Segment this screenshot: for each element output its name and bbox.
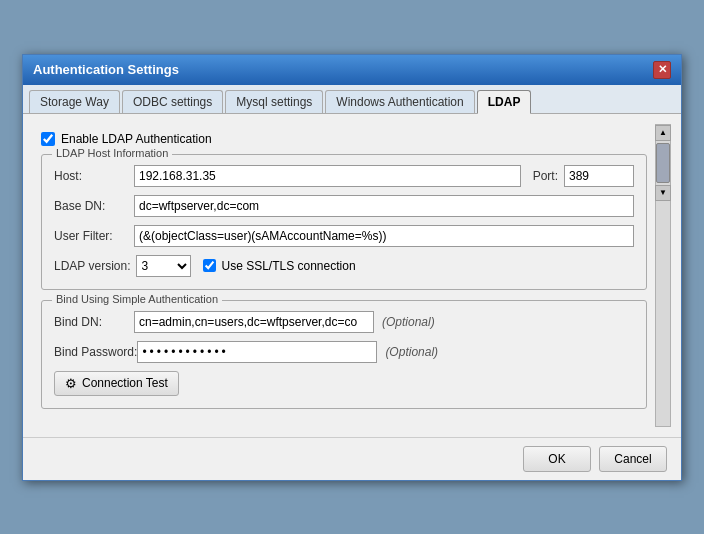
bind-dn-optional: (Optional) (382, 315, 435, 329)
title-bar: Authentication Settings ✕ (23, 55, 681, 85)
ssl-label: Use SSL/TLS connection (221, 259, 355, 273)
user-filter-input[interactable] (134, 225, 634, 247)
base-dn-label: Base DN: (54, 199, 134, 213)
scrollbar[interactable]: ▲ ▼ (655, 124, 671, 427)
enable-ldap-checkbox[interactable] (41, 132, 55, 146)
ok-button[interactable]: OK (523, 446, 591, 472)
ldap-host-group: LDAP Host Information Host: Port: Base D… (41, 154, 647, 290)
bind-dn-input[interactable] (134, 311, 374, 333)
enable-ldap-label: Enable LDAP Authentication (61, 132, 212, 146)
cancel-button[interactable]: Cancel (599, 446, 667, 472)
dialog-footer: OK Cancel (23, 437, 681, 480)
bind-password-input[interactable] (137, 341, 377, 363)
conn-test-label: Connection Test (82, 376, 168, 390)
ldap-version-select[interactable]: 3 2 (136, 255, 191, 277)
scrollbar-thumb[interactable] (656, 143, 670, 183)
dialog-title: Authentication Settings (33, 62, 179, 77)
connection-test-button[interactable]: ⚙ Connection Test (54, 371, 179, 396)
gear-icon: ⚙ (65, 376, 77, 391)
base-dn-input[interactable] (134, 195, 634, 217)
base-dn-row: Base DN: (54, 195, 634, 217)
host-label: Host: (54, 169, 134, 183)
tabs-bar: Storage Way ODBC settings Mysql settings… (23, 85, 681, 114)
ldap-version-label: LDAP version: (54, 259, 130, 273)
enable-ldap-row: Enable LDAP Authentication (41, 132, 647, 146)
port-input[interactable] (564, 165, 634, 187)
bind-password-row: Bind Password: (Optional) (54, 341, 634, 363)
authentication-settings-dialog: Authentication Settings ✕ Storage Way OD… (22, 54, 682, 481)
tab-odbc-settings[interactable]: ODBC settings (122, 90, 223, 113)
host-port-row: Host: Port: (54, 165, 634, 187)
tab-mysql-settings[interactable]: Mysql settings (225, 90, 323, 113)
bind-dn-label: Bind DN: (54, 315, 134, 329)
content-area: Enable LDAP Authentication LDAP Host Inf… (23, 114, 681, 437)
scroll-down-arrow[interactable]: ▼ (655, 185, 671, 201)
tab-storage-way[interactable]: Storage Way (29, 90, 120, 113)
bind-group-legend: Bind Using Simple Authentication (52, 293, 222, 305)
close-button[interactable]: ✕ (653, 61, 671, 79)
scroll-up-arrow[interactable]: ▲ (655, 125, 671, 141)
bind-password-label: Bind Password: (54, 345, 137, 359)
bind-password-optional: (Optional) (385, 345, 438, 359)
tab-windows-auth[interactable]: Windows Authentication (325, 90, 474, 113)
ssl-checkbox[interactable] (203, 259, 216, 272)
ssl-checkbox-row: Use SSL/TLS connection (203, 259, 355, 273)
port-label: Port: (533, 169, 558, 183)
host-group-legend: LDAP Host Information (52, 147, 172, 159)
host-input[interactable] (134, 165, 521, 187)
bind-auth-group: Bind Using Simple Authentication Bind DN… (41, 300, 647, 409)
user-filter-label: User Filter: (54, 229, 134, 243)
user-filter-row: User Filter: (54, 225, 634, 247)
bind-dn-row: Bind DN: (Optional) (54, 311, 634, 333)
ldap-version-row: LDAP version: 3 2 Use SSL/TLS connection (54, 255, 634, 277)
main-content: Enable LDAP Authentication LDAP Host Inf… (33, 124, 655, 427)
tab-ldap[interactable]: LDAP (477, 90, 532, 114)
